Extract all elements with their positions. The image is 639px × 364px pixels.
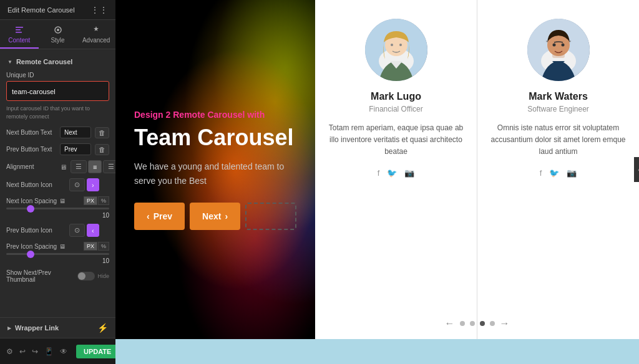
card-1-facebook-icon[interactable]: f bbox=[378, 168, 380, 178]
svg-rect-15 bbox=[552, 53, 565, 58]
prev-button-icon-field: Prev Button Icon ⊙ ‹ bbox=[0, 221, 115, 239]
card-1-instagram-icon[interactable]: 📷 bbox=[404, 168, 414, 178]
update-button[interactable]: UPDATE bbox=[76, 345, 119, 358]
show-next-prev-label: Show Next/Prev Thumbnail bbox=[6, 269, 74, 283]
align-left-button[interactable]: ☰ bbox=[71, 160, 87, 173]
footer-eye-icon[interactable]: 👁 bbox=[59, 346, 69, 357]
wrapper-arrow-icon: ▶ bbox=[7, 325, 11, 331]
sidebar-header: Edit Remote Carousel ⋮⋮ bbox=[0, 0, 115, 20]
tab-style[interactable]: Style bbox=[39, 20, 77, 49]
carousel-text: Design 2 Remote Carousel with Team Carou… bbox=[134, 109, 296, 203]
toggle-knob bbox=[78, 272, 85, 280]
tab-content-label: Content bbox=[8, 37, 30, 44]
footer-icon-2[interactable]: ↩ bbox=[18, 346, 27, 357]
card-2-name: Mark Waters bbox=[529, 91, 588, 102]
footer-icon-3[interactable]: ↪ bbox=[31, 346, 39, 357]
card-1-twitter-icon[interactable]: 🐦 bbox=[387, 168, 397, 178]
carousel-dot-1[interactable] bbox=[460, 321, 465, 326]
unit-pct-button[interactable]: % bbox=[98, 196, 109, 205]
svg-point-4 bbox=[57, 29, 59, 31]
prev-icon-selector: ⊙ ‹ bbox=[69, 224, 99, 237]
grid-icon[interactable]: ⋮⋮ bbox=[90, 5, 108, 15]
show-next-prev-toggle[interactable] bbox=[77, 272, 95, 280]
prev-unit-px-button[interactable]: PX bbox=[84, 242, 97, 251]
carousel-dot-3-active[interactable] bbox=[480, 321, 485, 326]
prev-icon-arrow-button[interactable]: ‹ bbox=[87, 224, 99, 237]
alignment-field: Alignment 🖥 ☰ ≡ ☰ bbox=[0, 158, 115, 176]
next-icon-spacing-field: Next Icon Spacing 🖥 PX % 10 bbox=[0, 194, 115, 221]
unique-id-box bbox=[6, 81, 109, 101]
carousel-left-panel: Design 2 Remote Carousel with Team Carou… bbox=[115, 0, 315, 339]
collapse-handle[interactable]: ‹ bbox=[634, 157, 639, 182]
spacing-monitor-icon: 🖥 bbox=[59, 198, 66, 204]
sidebar: Edit Remote Carousel ⋮⋮ Content Style Ad… bbox=[0, 0, 115, 364]
card-2: Mark Waters Software Engineer Omnis iste… bbox=[477, 0, 639, 339]
svg-rect-2 bbox=[16, 32, 22, 33]
next-icon-selector: ⊙ › bbox=[69, 178, 99, 191]
prev-btn-left-arrow: ‹ bbox=[147, 211, 150, 221]
footer-icon-4[interactable]: 📱 bbox=[43, 346, 55, 357]
carousel-buttons: ‹ Prev Next › bbox=[134, 203, 296, 230]
main-content: ‹ Design 2 Remote Carousel with Team Car… bbox=[115, 0, 639, 364]
align-right-button[interactable]: ☰ bbox=[103, 160, 115, 173]
carousel-dot-2[interactable] bbox=[470, 321, 475, 326]
next-btn-label: Next bbox=[202, 211, 221, 221]
card-1-name: Mark Lugo bbox=[371, 91, 421, 102]
wrapper-link-icon: ⚡ bbox=[97, 323, 108, 333]
card-1-social: f 🐦 📷 bbox=[378, 168, 415, 178]
tab-advanced-label: Advanced bbox=[82, 37, 110, 44]
tab-content[interactable]: Content bbox=[0, 20, 39, 49]
next-btn-right-arrow: › bbox=[225, 211, 228, 221]
tab-advanced[interactable]: Advanced bbox=[77, 20, 115, 49]
next-spacing-value: 10 bbox=[6, 212, 109, 219]
footer-icon-1[interactable]: ⚙ bbox=[5, 346, 14, 357]
next-icon-arrow-button[interactable]: › bbox=[87, 178, 99, 191]
prev-icon-circle-button[interactable]: ⊙ bbox=[69, 224, 85, 237]
tab-style-label: Style bbox=[51, 37, 64, 44]
wrapper-link-section[interactable]: ▶ Wrapper Link ⚡ bbox=[0, 317, 115, 338]
align-center-button[interactable]: ≡ bbox=[88, 160, 102, 173]
card-2-instagram-icon[interactable]: 📷 bbox=[567, 168, 577, 178]
prev-button-text-label: Prev Button Text bbox=[6, 146, 56, 153]
show-next-prev-field: Show Next/Prev Thumbnail Hide bbox=[0, 267, 115, 285]
unique-id-input[interactable] bbox=[12, 88, 104, 95]
prev-spacing-value: 10 bbox=[6, 257, 109, 264]
next-spacing-slider-track bbox=[6, 208, 109, 209]
carousel-next-arrow[interactable]: → bbox=[500, 318, 510, 329]
prev-button-text-delete[interactable]: 🗑 bbox=[95, 144, 109, 155]
carousel-prev-arrow[interactable]: ← bbox=[445, 318, 455, 329]
next-icon-spacing-label: Next Icon Spacing 🖥 bbox=[6, 198, 66, 204]
svg-rect-1 bbox=[16, 29, 21, 31]
content-icon bbox=[14, 25, 24, 35]
next-button-icon-field: Next Button Icon ⊙ › bbox=[0, 176, 115, 194]
next-button-text-input[interactable] bbox=[60, 127, 91, 138]
prev-button[interactable]: ‹ Prev bbox=[134, 203, 185, 230]
alignment-group: ☰ ≡ ☰ bbox=[71, 160, 115, 173]
svg-rect-0 bbox=[16, 27, 23, 28]
next-button-text-delete[interactable]: 🗑 bbox=[95, 127, 109, 138]
carousel-dots: ← → bbox=[315, 318, 639, 329]
monitor-icon: 🖥 bbox=[60, 163, 67, 171]
card-2-facebook-icon[interactable]: f bbox=[540, 168, 542, 178]
next-unit-group: PX % bbox=[84, 196, 109, 205]
card-1-title: Financial Officer bbox=[369, 105, 422, 113]
prev-icon-spacing-field: Prev Icon Spacing 🖥 PX % 10 bbox=[0, 239, 115, 267]
prev-btn-label: Prev bbox=[154, 211, 172, 221]
next-button[interactable]: Next › bbox=[190, 203, 240, 230]
carousel-title: Team Carousel bbox=[134, 125, 296, 150]
prev-button-text-input[interactable] bbox=[60, 143, 91, 155]
card-2-twitter-icon[interactable]: 🐦 bbox=[549, 168, 559, 178]
unique-id-hint: Input carousel ID that you want to remot… bbox=[6, 103, 109, 122]
card-1-description: Totam rem aperiam, eaque ipsa quae ab il… bbox=[328, 122, 464, 158]
remote-carousel-section-header[interactable]: ▼ Remote Carousel bbox=[0, 54, 115, 69]
carousel-dot-4[interactable] bbox=[490, 321, 495, 326]
prev-button-icon-label: Prev Button Icon bbox=[6, 227, 66, 234]
person1-avatar-svg bbox=[365, 19, 427, 81]
preview-area: ‹ Design 2 Remote Carousel with Team Car… bbox=[115, 0, 639, 339]
next-icon-circle-button[interactable]: ⊙ bbox=[69, 178, 85, 191]
bottom-bar bbox=[115, 339, 639, 364]
sidebar-tabs: Content Style Advanced bbox=[0, 20, 115, 49]
unit-px-button[interactable]: PX bbox=[84, 196, 97, 205]
prev-unit-pct-button[interactable]: % bbox=[98, 242, 109, 251]
sidebar-content: ▼ Remote Carousel Unique ID Input carous… bbox=[0, 49, 115, 317]
